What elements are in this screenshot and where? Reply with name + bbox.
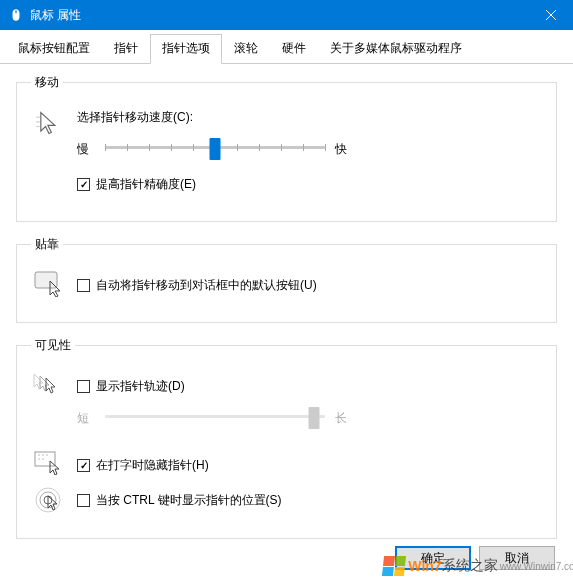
tab-pointer[interactable]: 指针 xyxy=(102,34,150,63)
group-speed: 移动 选择指针移动速度(C): 慢 快 提高指针精确度( xyxy=(16,74,557,222)
group-speed-legend: 移动 xyxy=(31,74,63,91)
watermark-text: 系统之家 xyxy=(442,557,498,575)
tab-content: 移动 选择指针移动速度(C): 慢 快 提高指针精确度( xyxy=(0,64,573,563)
speed-slider[interactable] xyxy=(105,136,325,162)
fast-label: 快 xyxy=(335,141,353,158)
group-visibility: 可见性 显示指针轨迹(D) 短 长 xyxy=(16,337,557,539)
group-snap-legend: 贴靠 xyxy=(31,236,63,253)
precision-label: 提高指针精确度(E) xyxy=(96,176,196,193)
snap-checkbox[interactable] xyxy=(77,279,90,292)
hide-typing-icon xyxy=(31,451,67,475)
trails-icon xyxy=(31,372,67,398)
long-label: 长 xyxy=(335,410,353,427)
speed-label: 选择指针移动速度(C): xyxy=(77,109,542,126)
watermark-url: www.Winwin7.com xyxy=(500,561,573,572)
snap-label: 自动将指针移动到对话框中的默认按钮(U) xyxy=(96,277,317,294)
tab-wheel[interactable]: 滚轮 xyxy=(222,34,270,63)
ctrl-locate-label: 当按 CTRL 键时显示指针的位置(S) xyxy=(96,492,282,509)
close-button[interactable] xyxy=(528,0,573,30)
svg-rect-0 xyxy=(35,272,57,288)
trails-label: 显示指针轨迹(D) xyxy=(96,378,185,395)
group-visibility-legend: 可见性 xyxy=(31,337,75,354)
windows-flag-icon xyxy=(382,556,406,576)
window-title: 鼠标 属性 xyxy=(30,7,528,24)
watermark-brand: Win7 xyxy=(408,558,441,574)
close-icon xyxy=(546,10,556,20)
tab-about[interactable]: 关于多媒体鼠标驱动程序 xyxy=(318,34,474,63)
tab-pointer-options[interactable]: 指针选项 xyxy=(150,34,222,64)
titlebar: 鼠标 属性 xyxy=(0,0,573,30)
tab-buttons[interactable]: 鼠标按钮配置 xyxy=(6,34,102,63)
tab-hardware[interactable]: 硬件 xyxy=(270,34,318,63)
slow-label: 慢 xyxy=(77,141,95,158)
trails-slider xyxy=(105,405,325,431)
hide-typing-checkbox[interactable] xyxy=(77,459,90,472)
tab-bar: 鼠标按钮配置 指针 指针选项 滚轮 硬件 关于多媒体鼠标驱动程序 xyxy=(0,30,573,64)
hide-typing-label: 在打字时隐藏指针(H) xyxy=(96,457,209,474)
short-label: 短 xyxy=(77,410,95,427)
mouse-icon xyxy=(8,7,24,23)
ctrl-locate-checkbox[interactable] xyxy=(77,494,90,507)
trails-checkbox[interactable] xyxy=(77,380,90,393)
snap-icon xyxy=(31,271,67,297)
group-snap: 贴靠 自动将指针移动到对话框中的默认按钮(U) xyxy=(16,236,557,323)
cursor-speed-icon xyxy=(31,109,67,137)
precision-checkbox[interactable] xyxy=(77,178,90,191)
watermark: Win7 系统之家 www.Winwin7.com xyxy=(383,556,573,576)
ctrl-locate-icon xyxy=(31,486,67,516)
